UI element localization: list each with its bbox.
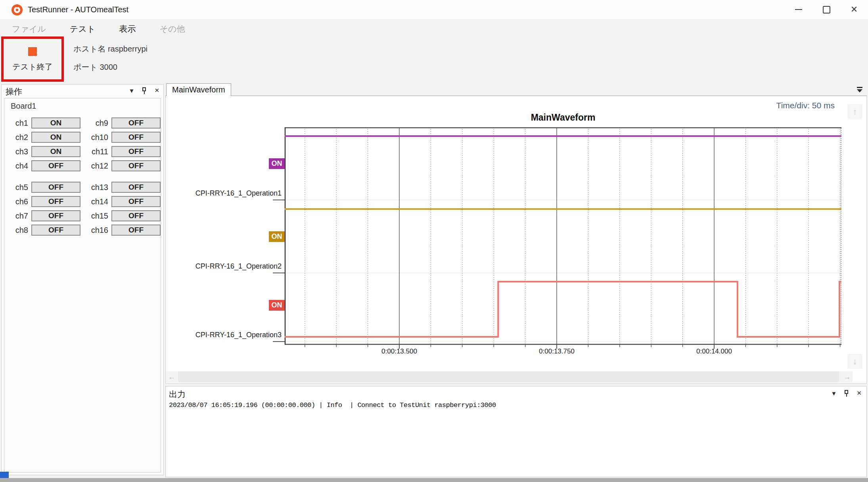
channel-label-ch1: ch1 <box>10 119 28 128</box>
channel-name-label-2: CPI-RRY-16_1_Operation2 <box>195 262 282 271</box>
menu-item-file[interactable]: ファイル <box>12 23 46 35</box>
scrollbar-thumb[interactable] <box>178 371 839 382</box>
state-badge-2: ON <box>269 231 285 242</box>
window-title: TestRunner - AUTOmealTest <box>28 0 128 19</box>
scroll-right-button[interactable]: → <box>841 371 853 382</box>
waveform-chart <box>285 127 841 345</box>
channel-label-ch3: ch3 <box>10 147 28 156</box>
channel-row: ch1ONch9OFF <box>10 116 161 130</box>
operation-panel-header: 操作 ▼ ✕ <box>2 84 163 97</box>
state-badge-3: ON <box>269 300 285 311</box>
scroll-up-button[interactable]: ↑ <box>847 104 862 119</box>
maximize-icon <box>823 6 830 13</box>
channel-toggle-ch14[interactable]: OFF <box>111 196 161 207</box>
channel-toggle-ch11[interactable]: OFF <box>111 146 161 157</box>
operation-panel-body: Board1 ch1ONch9OFFch2ONch10OFFch3ONch11O… <box>4 98 161 472</box>
channel-toggle-ch5[interactable]: OFF <box>31 182 80 193</box>
x-axis-label-2: 0:00:13.750 <box>539 348 575 355</box>
channel-row: ch8OFFch16OFF <box>10 223 161 237</box>
x-axis-label-3: 0:00:14.000 <box>696 348 732 355</box>
operation-panel: 操作 ▼ ✕ Board1 ch1ONch9OFFch2ONch10OFFch3… <box>1 84 164 475</box>
close-icon: ✕ <box>851 5 858 14</box>
channel-label-ch11: ch11 <box>85 147 108 156</box>
scroll-left-button[interactable]: ← <box>166 371 177 382</box>
channel-toggle-ch3[interactable]: ON <box>31 146 80 157</box>
channel-label-ch6: ch6 <box>10 197 28 206</box>
channel-name-label-3: CPI-RRY-16_1_Operation3 <box>195 331 282 339</box>
arrow-right-icon: → <box>843 373 851 381</box>
channel-row: ch5OFFch13OFF <box>10 180 161 194</box>
channel-label-ch15: ch15 <box>85 211 108 221</box>
channel-grid: ch1ONch9OFFch2ONch10OFFch3ONch11OFFch4OF… <box>10 116 161 237</box>
channel-toggle-ch7[interactable]: OFF <box>31 210 80 221</box>
channel-row: ch6OFFch14OFF <box>10 194 161 209</box>
channel-label-ch5: ch5 <box>10 183 28 192</box>
channel-label-ch12: ch12 <box>85 161 108 171</box>
window-bottom-edge <box>0 478 868 482</box>
waveform-line-3 <box>285 282 841 337</box>
chevron-down-icon[interactable]: ▼ <box>831 390 837 397</box>
tab-list-icon[interactable] <box>856 86 864 94</box>
channel-name-label-1: CPI-RRY-16_1_Operation1 <box>195 189 282 198</box>
horizontal-scrollbar[interactable]: ← → <box>166 371 853 382</box>
channel-toggle-ch9[interactable]: OFF <box>111 117 161 129</box>
application-window: TestRunner - AUTOmealTest ✕ ファイル テスト 表示 … <box>0 0 868 482</box>
minimize-button[interactable] <box>785 0 812 19</box>
arrow-left-icon: ← <box>168 373 175 381</box>
channel-toggle-ch8[interactable]: OFF <box>31 225 80 236</box>
time-div-label: Time/div: 50 ms <box>776 101 835 110</box>
channel-toggle-ch4[interactable]: OFF <box>31 160 80 171</box>
minimize-icon <box>795 9 802 10</box>
panel-close-icon[interactable]: ✕ <box>154 87 159 94</box>
arrow-down-icon: ↓ <box>853 356 857 367</box>
output-panel: 出力 ▼ ✕ 2023/08/07 16:05:19.196 (00:00:00… <box>165 386 867 477</box>
channel-row: ch7OFFch15OFF <box>10 209 161 223</box>
channel-label-ch14: ch14 <box>85 197 108 206</box>
operation-panel-title: 操作 <box>6 86 22 97</box>
channel-row: ch4OFFch12OFF <box>10 159 161 173</box>
x-axis-label-1: 0:00:13.500 <box>381 348 417 355</box>
channel-toggle-ch1[interactable]: ON <box>31 117 80 129</box>
channel-toggle-ch10[interactable]: OFF <box>111 132 161 143</box>
output-panel-title: 出力 <box>169 389 186 400</box>
channel-toggle-ch2[interactable]: ON <box>31 132 80 143</box>
menu-item-other[interactable]: その他 <box>159 23 185 35</box>
chevron-down-icon[interactable]: ▼ <box>129 87 135 94</box>
maximize-button[interactable] <box>812 0 840 19</box>
state-badge-1: ON <box>269 158 285 169</box>
arrow-up-icon: ↑ <box>853 107 857 117</box>
channel-toggle-ch16[interactable]: OFF <box>111 225 161 236</box>
channel-label-ch7: ch7 <box>10 211 28 221</box>
panel-close-icon[interactable]: ✕ <box>857 390 862 397</box>
log-line: 2023/08/07 16:05:19.196 (00:00:00.000) |… <box>169 401 863 409</box>
menu-item-test[interactable]: テスト <box>70 23 95 35</box>
scroll-down-button[interactable]: ↓ <box>847 354 862 369</box>
app-icon <box>11 4 23 15</box>
channel-toggle-ch6[interactable]: OFF <box>31 196 80 207</box>
channel-label-ch2: ch2 <box>10 133 28 142</box>
tab-mainwaveform[interactable]: MainWaveform <box>166 83 231 96</box>
channel-label-ch10: ch10 <box>85 133 108 142</box>
channel-row: ch3ONch11OFF <box>10 144 161 159</box>
channel-toggle-ch12[interactable]: OFF <box>111 160 161 171</box>
title-bar: TestRunner - AUTOmealTest ✕ <box>0 0 868 19</box>
menu-bar: ファイル テスト 表示 その他 <box>0 19 868 39</box>
channel-toggle-ch13[interactable]: OFF <box>111 182 161 193</box>
channel-label-ch13: ch13 <box>85 183 108 192</box>
close-button[interactable]: ✕ <box>840 0 868 19</box>
pin-icon[interactable] <box>142 87 147 94</box>
chart-title: MainWaveform <box>531 112 596 123</box>
channel-label-ch4: ch4 <box>10 161 28 171</box>
channel-row: ch2ONch10OFF <box>10 130 161 144</box>
channel-label-ch9: ch9 <box>85 119 108 128</box>
output-log: 2023/08/07 16:05:19.196 (00:00:00.000) |… <box>169 401 863 409</box>
annotation-highlight <box>1 36 64 82</box>
channel-label-ch8: ch8 <box>10 226 28 235</box>
menu-item-view[interactable]: 表示 <box>119 23 136 35</box>
pin-icon[interactable] <box>844 390 849 397</box>
board-label: Board1 <box>11 102 36 111</box>
tool-bar: テスト終了 ホスト名 raspberrypi ポート 3000 <box>0 39 868 83</box>
host-label: ホスト名 raspberrypi <box>73 44 148 54</box>
channel-toggle-ch15[interactable]: OFF <box>111 210 161 221</box>
port-label: ポート 3000 <box>73 62 117 73</box>
